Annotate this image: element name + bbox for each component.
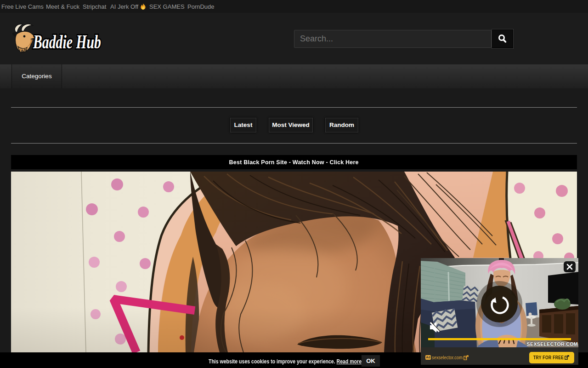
svg-text:Baddie Hub: Baddie Hub [33,31,101,52]
svg-text:SEXSELECTOR.COM: SEXSELECTOR.COM [527,341,578,347]
